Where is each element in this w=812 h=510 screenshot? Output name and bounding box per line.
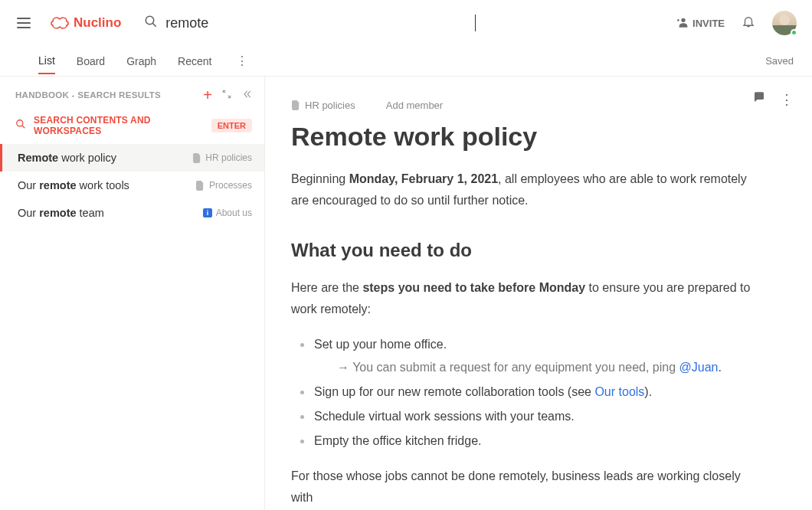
tab-recent[interactable]: Recent: [178, 49, 211, 74]
file-icon: [192, 152, 201, 163]
result-collection: Processes: [196, 180, 252, 191]
tab-graph[interactable]: Graph: [126, 49, 156, 74]
list-subline: → You can submit a request for any equip…: [314, 357, 758, 378]
svg-point-2: [681, 18, 685, 21]
search-result[interactable]: Remote work policy HR policies: [0, 144, 264, 172]
invite-button[interactable]: INVITE: [676, 17, 725, 30]
enter-chip: ENTER: [211, 119, 252, 132]
text-caret: [475, 15, 476, 31]
doc-link[interactable]: Our tools: [594, 385, 644, 398]
tab-board[interactable]: Board: [77, 49, 105, 74]
brain-icon: [51, 16, 69, 30]
svg-point-3: [17, 120, 23, 126]
add-member-button[interactable]: Add member: [386, 100, 443, 111]
comments-button[interactable]: [752, 90, 766, 108]
breadcrumb[interactable]: HR policies: [291, 100, 355, 111]
file-icon: [196, 180, 205, 191]
expand-icon[interactable]: [221, 89, 232, 102]
search-icon: [144, 15, 158, 31]
document-content: ⋮ HR policies Add member Remote work pol…: [265, 77, 812, 510]
save-status: Saved: [765, 55, 794, 67]
steps-intro: Here are the steps you need to take befo…: [291, 277, 758, 320]
mention-link[interactable]: @Juan: [679, 361, 719, 374]
section-heading: What you need to do: [291, 234, 758, 266]
result-collection: i About us: [203, 208, 252, 218]
search-hint-row[interactable]: SEARCH CONTENTS AND WORKSPACES ENTER: [0, 110, 264, 144]
list-item: Empty the office kitchen fridge.: [291, 430, 758, 452]
search-result[interactable]: Our remote team i About us: [0, 199, 264, 227]
result-title: Our remote team: [18, 207, 203, 219]
brand-logo[interactable]: Nuclino: [51, 15, 121, 31]
result-title: Remote work policy: [18, 152, 192, 164]
doc-more-button[interactable]: ⋮: [780, 91, 794, 108]
result-title: Our remote work tools: [18, 179, 196, 191]
search-hint-text: SEARCH CONTENTS AND WORKSPACES: [34, 115, 204, 136]
tab-list[interactable]: List: [38, 48, 55, 74]
steps-list: Set up your home office. → You can submi…: [291, 334, 758, 452]
svg-point-0: [146, 16, 155, 25]
file-icon: [291, 100, 300, 111]
presence-indicator: [791, 29, 797, 36]
list-item: Schedule virtual work sessions with your…: [291, 406, 758, 427]
svg-line-4: [22, 126, 25, 129]
tabs-more-button[interactable]: ⋮: [233, 51, 251, 71]
search-icon: [15, 119, 26, 132]
add-user-icon: [676, 17, 688, 30]
notifications-button[interactable]: [742, 14, 755, 32]
user-avatar[interactable]: [772, 11, 797, 35]
brand-name: Nuclino: [74, 15, 121, 31]
breadcrumb-label: HR policies: [305, 100, 355, 111]
sidebar: HANDBOOK - SEARCH RESULTS + SEARCH CONTE…: [0, 77, 265, 510]
invite-label: INVITE: [692, 18, 725, 29]
result-collection: HR policies: [192, 152, 252, 163]
search-result[interactable]: Our remote work tools Processes: [0, 172, 264, 199]
menu-toggle[interactable]: [14, 13, 34, 33]
info-icon: i: [203, 208, 212, 218]
outro-paragraph: For those whose jobs cannot be done remo…: [291, 466, 758, 508]
collapse-sidebar-button[interactable]: [241, 89, 252, 102]
page-title: Remote work policy: [265, 116, 789, 168]
sidebar-title: HANDBOOK - SEARCH RESULTS: [15, 90, 203, 100]
search-input[interactable]: [165, 15, 472, 31]
add-item-button[interactable]: +: [203, 87, 212, 103]
list-item: Set up your home office. → You can submi…: [291, 334, 758, 378]
list-item: Sign up for our new remote collaboration…: [291, 381, 758, 403]
svg-line-1: [153, 23, 157, 27]
svg-text:i: i: [206, 209, 208, 217]
intro-paragraph: Beginning Monday, February 1, 2021, all …: [291, 168, 758, 211]
